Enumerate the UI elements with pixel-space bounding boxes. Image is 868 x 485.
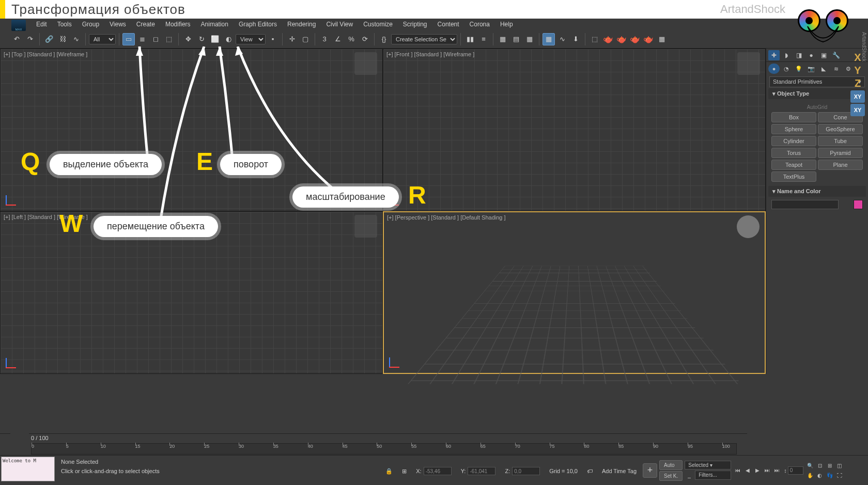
- menu-tools[interactable]: Tools: [52, 21, 77, 28]
- menu-content[interactable]: Content: [432, 21, 464, 28]
- object-name-input[interactable]: [771, 200, 839, 209]
- zoom-all-button[interactable]: ⊡: [815, 461, 825, 470]
- bind-button[interactable]: ∿: [70, 33, 82, 45]
- spacewarps-subtab[interactable]: ≋: [830, 64, 842, 74]
- motion-tab[interactable]: ●: [805, 50, 817, 60]
- select-by-name-button[interactable]: ≣: [136, 33, 148, 45]
- viewport-left[interactable]: [+] [Left ] [Standard ] [Wireframe ]: [0, 211, 383, 374]
- sphere-button[interactable]: Sphere: [771, 124, 816, 134]
- torus-button[interactable]: Torus: [771, 148, 816, 158]
- pyramid-button[interactable]: Pyramid: [818, 148, 863, 158]
- orbit-button[interactable]: ◐: [815, 471, 825, 480]
- utilities-tab[interactable]: 🔧: [830, 50, 842, 60]
- menu-group[interactable]: Group: [77, 21, 104, 28]
- viewcube-icon[interactable]: [354, 215, 377, 238]
- material-editor-button[interactable]: ∿: [556, 33, 568, 45]
- menu-views[interactable]: Views: [104, 21, 131, 28]
- align-button[interactable]: ≡: [477, 33, 490, 45]
- placement-button[interactable]: ◐: [222, 33, 235, 45]
- xy-plane-button2[interactable]: XY: [850, 104, 865, 116]
- pan-button[interactable]: ✋: [805, 471, 815, 480]
- spinner-snap-button[interactable]: ⟳: [359, 33, 371, 45]
- y-axis-button[interactable]: Y: [850, 65, 865, 76]
- edit-selection-set-button[interactable]: {}: [378, 33, 390, 45]
- zoom-region-button[interactable]: ◫: [835, 461, 844, 470]
- set-key-button[interactable]: +: [643, 463, 657, 478]
- textplus-button[interactable]: TextPlus: [771, 171, 816, 182]
- helpers-subtab[interactable]: ◣: [818, 64, 829, 74]
- viewport-perspective[interactable]: [+] [Perspective ] [Standard ] [Default …: [383, 211, 766, 374]
- autogrid-checkbox[interactable]: AutoGrid: [771, 102, 863, 112]
- name-color-rollout[interactable]: ▾ Name and Color: [768, 186, 866, 197]
- ref-coord-select[interactable]: View: [236, 34, 266, 44]
- undo-button[interactable]: ↶: [10, 33, 23, 45]
- zoom-button[interactable]: 🔍: [805, 461, 815, 470]
- viewport-persp-label[interactable]: [+] [Perspective ] [Standard ] [Default …: [387, 214, 506, 221]
- time-slider-handle[interactable]: [10, 433, 29, 455]
- cylinder-button[interactable]: Cylinder: [771, 136, 816, 146]
- modify-tab[interactable]: ◗: [781, 50, 792, 60]
- viewport-top[interactable]: [+] [Top ] [Standard ] [Wireframe ]: [0, 49, 383, 211]
- tube-button[interactable]: Tube: [818, 136, 863, 146]
- zoom-extents-button[interactable]: ⊞: [825, 461, 834, 470]
- geometry-subtab[interactable]: ●: [768, 64, 780, 74]
- grid-icon[interactable]: ⊞: [402, 468, 407, 475]
- xy-plane-button[interactable]: XY: [850, 90, 865, 103]
- percent-snap-button[interactable]: %: [345, 33, 358, 45]
- maxscript-listener[interactable]: Welcome to M: [1, 457, 55, 481]
- angle-snap-button[interactable]: ∠: [332, 33, 344, 45]
- select-manipulate-button[interactable]: ✢: [286, 33, 298, 45]
- rotate-button[interactable]: ↻: [195, 33, 208, 45]
- menu-civilview[interactable]: Civil View: [321, 21, 358, 28]
- viewport-top-label[interactable]: [+] [Top ] [Standard ] [Wireframe ]: [4, 51, 87, 57]
- x-axis-button[interactable]: X: [850, 52, 865, 64]
- window-crossing-button[interactable]: ⬚: [163, 33, 175, 45]
- schematic-view-button[interactable]: ▦: [542, 33, 555, 45]
- snap-toggle-button[interactable]: 3: [318, 33, 331, 45]
- goto-start-button[interactable]: ⏮: [733, 466, 742, 475]
- maximize-viewport-button[interactable]: ⛶: [835, 471, 844, 480]
- lock-icon[interactable]: 🔒: [385, 468, 393, 475]
- z-coord-input[interactable]: [512, 467, 540, 475]
- box-button[interactable]: Box: [771, 112, 816, 122]
- render-grid-button[interactable]: ▦: [656, 33, 668, 45]
- rect-region-button[interactable]: ◻: [149, 33, 162, 45]
- viewcube-icon[interactable]: [737, 52, 760, 75]
- render-setup-button[interactable]: ⬇: [569, 33, 582, 45]
- key-filters-dropdown[interactable]: Filters...: [695, 471, 731, 480]
- cameras-subtab[interactable]: 📷: [805, 64, 817, 74]
- render-teapot1-button[interactable]: 🫖: [602, 33, 614, 45]
- x-coord-input[interactable]: [424, 467, 452, 475]
- viewcube-icon[interactable]: [737, 215, 760, 238]
- menu-modifiers[interactable]: Modifiers: [160, 21, 196, 28]
- curve-editor-button[interactable]: ▦: [523, 33, 536, 45]
- layer-explorer-button[interactable]: ▦: [497, 33, 509, 45]
- prev-frame-button[interactable]: ◀: [743, 466, 752, 475]
- lights-subtab[interactable]: 💡: [793, 64, 804, 74]
- add-time-tag[interactable]: Add Time Tag: [602, 468, 637, 474]
- play-button[interactable]: ▶: [753, 466, 762, 475]
- viewport-front[interactable]: [+] [Front ] [Standard ] [Wireframe ]: [383, 49, 766, 211]
- next-frame-button[interactable]: ⏭: [763, 466, 772, 475]
- goto-end-button[interactable]: ⏭: [772, 466, 782, 475]
- render-teapot4-button[interactable]: 🫖: [642, 33, 655, 45]
- time-tag-icon[interactable]: 🏷: [587, 468, 593, 474]
- selection-filter[interactable]: All: [89, 34, 116, 44]
- current-frame-input[interactable]: [788, 466, 803, 475]
- redo-button[interactable]: ↷: [24, 33, 36, 45]
- selection-set-dropdown[interactable]: Create Selection Set: [391, 34, 457, 44]
- object-color-swatch[interactable]: [854, 200, 863, 209]
- use-pivot-button[interactable]: ▪: [267, 33, 279, 45]
- link-button[interactable]: 🔗: [43, 33, 55, 45]
- menu-scripting[interactable]: Scripting: [398, 21, 432, 28]
- mirror-button[interactable]: ▮▮: [464, 33, 476, 45]
- z-axis-button[interactable]: Z: [850, 77, 865, 89]
- plane-button[interactable]: Plane: [818, 160, 863, 170]
- app-icon[interactable]: MAX: [11, 20, 26, 31]
- render-teapot3-button[interactable]: 🫖: [629, 33, 641, 45]
- move-button[interactable]: ✥: [182, 33, 194, 45]
- shapes-subtab[interactable]: ◔: [781, 64, 792, 74]
- keyboard-shortcut-button[interactable]: ▢: [299, 33, 312, 45]
- scale-button[interactable]: ⬜: [209, 33, 221, 45]
- time-ruler[interactable]: 0510152025303540455055606570758085909510…: [31, 443, 737, 455]
